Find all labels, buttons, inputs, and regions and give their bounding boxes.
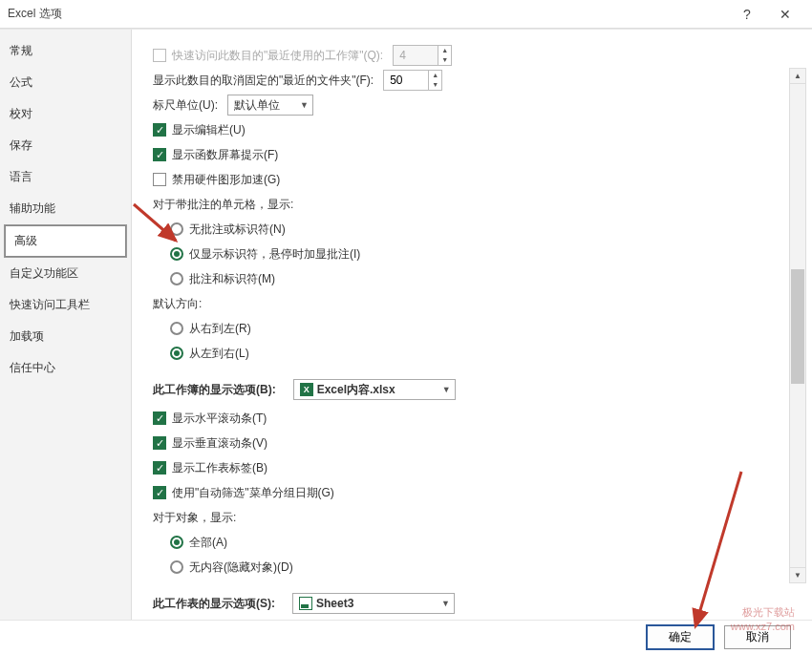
ok-button[interactable]: 确定 [646, 624, 715, 650]
rtl-label: 从右到左(R) [189, 321, 251, 337]
workbook-dropdown[interactable]: X Excel内容.xlsx ▼ [293, 379, 456, 400]
sidebar-item-customize-ribbon[interactable]: 自定义功能区 [0, 258, 131, 289]
spinner-arrows[interactable]: ▲▼ [428, 71, 441, 90]
sheet-icon [299, 597, 312, 610]
recent-folders-value[interactable] [384, 71, 428, 90]
chevron-down-icon: ▼ [294, 100, 309, 110]
close-button[interactable]: ✕ [766, 7, 804, 22]
sidebar-item-trust[interactable]: 信任中心 [0, 352, 131, 384]
sidebar-item-label: 信任中心 [10, 361, 55, 374]
tabs-row[interactable]: 显示工作表标签(B) [153, 457, 799, 478]
comment-both-radio[interactable] [170, 272, 183, 285]
show-formula-bar-row[interactable]: 显示编辑栏(U) [153, 119, 799, 140]
sidebar-item-language[interactable]: 语言 [0, 161, 131, 193]
recent-folders-label: 显示此数目的取消固定的"最近的文件夹"(F): [153, 73, 374, 89]
sidebar-item-accessibility[interactable]: 辅助功能 [0, 193, 131, 224]
disable-hw-accel-checkbox[interactable] [153, 173, 166, 186]
workbook-section-label: 此工作簿的显示选项(B): [153, 382, 276, 398]
comment-both-label: 批注和标识符(M) [189, 271, 275, 287]
comment-none-radio[interactable] [170, 222, 183, 236]
watermark-line2: www.xz7.com [731, 620, 795, 633]
direction-title: 默认方向: [153, 293, 799, 314]
objects-all-label: 全部(A) [189, 535, 227, 551]
sidebar-item-label: 校对 [10, 107, 32, 120]
chevron-up-icon[interactable]: ▲ [429, 71, 441, 80]
sidebar-item-label: 保存 [10, 138, 32, 152]
recent-folders-spinner[interactable]: ▲▼ [383, 70, 442, 91]
recent-workbooks-spinner: ▲▼ [393, 45, 452, 66]
show-formula-bar-checkbox[interactable] [153, 123, 166, 137]
chevron-down-icon: ▼ [437, 385, 451, 394]
sidebar-item-qat[interactable]: 快速访问工具栏 [0, 289, 131, 321]
workbook-display-section: 此工作簿的显示选项(B): X Excel内容.xlsx ▼ [153, 379, 799, 400]
objects-none-radio[interactable] [170, 560, 183, 574]
sidebar-item-advanced[interactable]: 高级 [4, 224, 127, 258]
sidebar-item-label: 常规 [10, 44, 32, 57]
autofilter-checkbox[interactable] [153, 486, 166, 499]
autofilter-row[interactable]: 使用"自动筛选"菜单分组日期(G) [153, 482, 799, 503]
hscroll-row[interactable]: 显示水平滚动条(T) [153, 408, 799, 429]
ltr-label: 从左到右(L) [189, 346, 249, 362]
vertical-scrollbar[interactable]: ▲ ▼ [789, 68, 806, 583]
ruler-units-value: 默认单位 [234, 97, 280, 114]
sidebar-nav: 常规 公式 校对 保存 语言 辅助功能 高级 自定义功能区 快速访问工具栏 加载… [0, 30, 132, 621]
ruler-units-label: 标尺单位(U): [153, 97, 218, 114]
excel-file-icon: X [300, 383, 313, 396]
comment-indicator-row[interactable]: 仅显示标识符，悬停时加显批注(I) [170, 243, 799, 264]
ruler-units-dropdown[interactable]: 默认单位 ▼ [227, 95, 313, 116]
options-panel: 快速访问此数目的"最近使用的工作簿"(Q): ▲▼ 显示此数目的取消固定的"最近… [132, 30, 812, 621]
scroll-up-icon[interactable]: ▲ [790, 69, 805, 84]
objects-none-label: 无内容(隐藏对象)(D) [189, 559, 293, 576]
workbook-name: Excel内容.xlsx [317, 382, 395, 398]
comment-both-row[interactable]: 批注和标识符(M) [170, 268, 799, 289]
ltr-row[interactable]: 从左到右(L) [170, 343, 799, 364]
help-button[interactable]: ? [728, 7, 766, 22]
objects-title: 对于对象，显示: [153, 507, 799, 528]
recent-folders-row: 显示此数目的取消固定的"最近的文件夹"(F): ▲▼ [153, 70, 799, 91]
ruler-units-row: 标尺单位(U): 默认单位 ▼ [153, 95, 799, 116]
ltr-radio[interactable] [170, 347, 183, 360]
direction-label: 默认方向: [153, 296, 202, 312]
sidebar-item-general[interactable]: 常规 [0, 35, 131, 67]
worksheet-display-section: 此工作表的显示选项(S): Sheet3 ▼ [153, 593, 799, 614]
rtl-row[interactable]: 从右到左(R) [170, 318, 799, 339]
sidebar-item-label: 高级 [14, 234, 37, 247]
scroll-down-icon[interactable]: ▼ [790, 567, 805, 582]
sidebar-item-proofing[interactable]: 校对 [0, 98, 131, 130]
comment-none-label: 无批注或标识符(N) [189, 222, 286, 238]
recent-workbooks-row: 快速访问此数目的"最近使用的工作簿"(Q): ▲▼ [153, 45, 799, 66]
hscroll-checkbox[interactable] [153, 411, 166, 425]
scrollbar-thumb[interactable] [791, 269, 804, 384]
vscroll-label: 显示垂直滚动条(V) [172, 435, 267, 452]
comment-none-row[interactable]: 无批注或标识符(N) [170, 219, 799, 240]
show-func-tips-label: 显示函数屏幕提示(F) [172, 147, 278, 163]
show-func-tips-row[interactable]: 显示函数屏幕提示(F) [153, 144, 799, 165]
main-area: 常规 公式 校对 保存 语言 辅助功能 高级 自定义功能区 快速访问工具栏 加载… [0, 29, 812, 621]
comment-indicator-radio[interactable] [170, 247, 183, 261]
objects-all-radio[interactable] [170, 536, 183, 549]
objects-none-row[interactable]: 无内容(隐藏对象)(D) [170, 557, 799, 578]
sidebar-item-addins[interactable]: 加载项 [0, 321, 131, 352]
watermark-line1: 极光下载站 [731, 605, 795, 619]
show-func-tips-checkbox[interactable] [153, 148, 166, 161]
chevron-up-icon: ▲ [438, 46, 451, 55]
worksheet-dropdown[interactable]: Sheet3 ▼ [292, 593, 455, 614]
worksheet-section-label: 此工作表的显示选项(S): [153, 596, 275, 612]
worksheet-name: Sheet3 [316, 597, 353, 610]
dialog-footer: 确定 取消 [0, 620, 812, 654]
sidebar-item-label: 自定义功能区 [10, 266, 78, 280]
sidebar-item-save[interactable]: 保存 [0, 130, 131, 161]
vscroll-row[interactable]: 显示垂直滚动条(V) [153, 432, 799, 454]
disable-hw-accel-row[interactable]: 禁用硬件图形加速(G) [153, 169, 799, 190]
watermark: 极光下载站 www.xz7.com [731, 605, 795, 633]
objects-all-row[interactable]: 全部(A) [170, 532, 799, 553]
rtl-radio[interactable] [170, 322, 183, 335]
tabs-checkbox[interactable] [153, 461, 166, 475]
chevron-down-icon[interactable]: ▼ [429, 80, 441, 90]
sidebar-item-label: 快速访问工具栏 [10, 298, 90, 311]
chevron-down-icon: ▼ [438, 55, 451, 65]
vscroll-checkbox[interactable] [153, 436, 166, 450]
objects-label: 对于对象，显示: [153, 510, 236, 526]
sidebar-item-formulas[interactable]: 公式 [0, 67, 131, 98]
tabs-label: 显示工作表标签(B) [172, 460, 267, 476]
